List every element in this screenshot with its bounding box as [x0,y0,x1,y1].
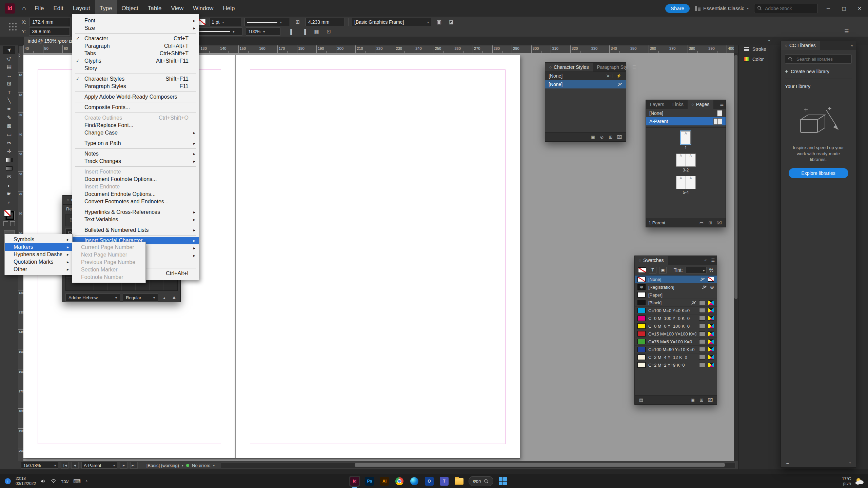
next-page-button[interactable]: ▶ [120,462,127,469]
swatch-row-c-0-m-100-y-0-k-0[interactable]: C=0 M=100 Y=0 K=0 [635,314,717,322]
delete-page-icon[interactable]: ⌧ [715,219,723,226]
default-fill-stroke-icon[interactable] [3,221,8,226]
page-thumbnail[interactable]: A [686,176,696,189]
free-transform-tool[interactable]: ✛ [3,147,15,156]
type-menu-item-bulleted-numbered-lists[interactable]: Bulleted & Numbered Lists▸ [72,226,199,234]
type-menu-item-character-styles[interactable]: ✓Character StylesShift+F11 [72,75,199,83]
libraries-search-input[interactable] [796,56,848,62]
horizontal-scrollbar-thumb[interactable] [355,463,725,467]
libraries-search-field[interactable] [785,54,852,64]
tint-field[interactable]: ▸ [686,267,707,273]
notification-icon[interactable]: i [5,478,11,484]
keyboard-icon[interactable]: ⌨ [73,478,81,484]
tab-layers[interactable]: Layers [646,100,668,109]
create-new-library[interactable]: + Create new library [785,68,852,79]
dock-button-color[interactable]: Color [741,55,781,64]
type-menu-item-document-endnote-options[interactable]: Document Endnote Options... [72,190,199,198]
taskbar-app-outlook[interactable]: O [424,476,435,487]
taskbar-app-illustrator[interactable]: Ai [379,476,390,487]
line-tool[interactable]: ╲ [3,97,15,105]
swatch-row-c-15-m-100-y-100-k-0[interactable]: C=15 M=100 Y=100 K=0 [635,330,717,338]
page-thumbnail[interactable]: A [676,154,686,167]
horizontal-scrollbar[interactable] [221,463,735,468]
isc-submenu-item-quotation-marks[interactable]: Quotation Marks▸ [5,258,72,266]
swatch-row-registration[interactable]: ⊕[Registration]✎⊕ [635,283,717,291]
rectangle-frame-tool[interactable]: ⊠ [3,122,15,130]
effects-icon[interactable]: ▣ [435,18,443,26]
taskbar-app-chrome[interactable] [394,476,405,487]
type-menu-item-paragraph-styles[interactable]: Paragraph StylesF11 [72,83,199,90]
direct-selection-tool[interactable]: ▷ [3,54,15,62]
type-menu-item-type-on-a-path[interactable]: Type on a Path▸ [72,140,199,147]
control-panel-menu-icon[interactable]: ☰ [842,27,851,36]
add-to-library-icon[interactable]: + [846,461,854,465]
menu-edit[interactable]: Edit [48,0,68,17]
swatch-row-none[interactable]: [None]✎ [635,276,717,283]
clear-overrides-icon[interactable]: ⊘ [598,134,606,140]
start-button[interactable] [497,476,508,487]
stroke-color-chip[interactable] [198,19,206,25]
close-button[interactable]: ✕ [854,3,865,14]
type-menu-item-composite-fonts[interactable]: Composite Fonts... [72,104,199,111]
collapse-panel-icon[interactable]: « [848,41,856,50]
stroke-weight-select[interactable]: 1 pt▾ [209,18,241,26]
zoom-level-select[interactable]: 150.18%▾ [21,462,58,469]
opacity-select[interactable]: 100%▾ [246,27,280,36]
type-menu-item-notes[interactable]: Notes▸ [72,150,199,158]
tab-paragraph-styles[interactable]: Paragraph Styl [593,63,632,72]
zoom-out-glyphs-icon[interactable]: ▴ [161,294,168,301]
type-menu-item-paragraph[interactable]: ParagraphCtrl+Alt+T [72,42,199,50]
stroke-type-select[interactable]: ▾ [197,27,242,36]
swatch-row-c-75-m-5-y-100-k-0[interactable]: C=75 M=5 Y=100 K=0 [635,338,717,346]
tab-character-styles[interactable]: ◇Character Styles [545,63,593,72]
container-affects-button[interactable]: ▣ [659,267,667,273]
language-indicator[interactable]: עבר [61,479,68,484]
zoom-tool[interactable]: ⌕ [3,198,15,206]
type-menu-item-tabs[interactable]: TabsCtrl+Shift+T [72,50,199,57]
menu-help[interactable]: Help [218,0,239,17]
fill-proxy-chip[interactable] [638,267,646,273]
isc-submenu-item-other[interactable]: Other▸ [5,266,72,273]
cloud-sync-icon[interactable]: ☁ [784,461,791,465]
new-swatch-icon[interactable]: ⊞ [698,396,705,403]
gradient-swatch-tool[interactable] [3,156,15,164]
collapse-panel-icon[interactable]: « [702,256,709,265]
your-library-label[interactable]: Your Library [785,84,852,89]
previous-page-button[interactable]: ◀ [71,462,79,469]
rectangle-tool[interactable]: ▭ [3,130,15,139]
vertical-scrollbar[interactable] [734,53,738,461]
hand-tool[interactable]: ☛ [3,190,15,198]
swap-fill-stroke-icon[interactable] [10,221,15,226]
tab-swatches[interactable]: ◇Swatches [635,256,668,265]
type-menu-item-convert-footnotes-and-endnotes[interactable]: Convert Footnotes and Endnotes... [72,198,199,205]
swatch-row-c-2-m-4-y-12-k-0[interactable]: C=2 M=4 Y=12 K=0 [635,353,717,361]
panel-menu-icon[interactable]: ☰ [718,100,726,109]
preflight-status[interactable]: No errors [192,463,210,468]
edit-page-size-icon[interactable]: ▭ [698,219,705,226]
type-menu-item-change-case[interactable]: Change Case▸ [72,129,199,137]
dock-button-stroke[interactable]: Stroke [741,45,781,54]
frame-fitting-icon[interactable]: ⊡ [324,27,333,36]
page-tool[interactable]: ▤ [3,63,15,71]
lightning-icon[interactable]: ⚡ [615,74,623,78]
new-page-icon[interactable]: ⊞ [707,219,714,226]
type-menu-item-find-replace-font[interactable]: Find/Replace Font... [72,122,199,129]
swatch-views-icon[interactable]: ▤ [637,396,645,403]
object-style-select[interactable]: [Basic Graphics Frame]▾ [352,18,431,26]
taskbar-app-indesign[interactable]: Id [349,476,360,487]
delete-style-icon[interactable]: ⌧ [616,134,623,140]
stroke-style-select[interactable]: ▾ [244,18,290,26]
text-wrap-icon[interactable]: ▦ [312,27,321,36]
pen-tool[interactable]: ✒ [3,105,15,113]
type-menu-item-size[interactable]: Size▸ [72,24,199,32]
explore-libraries-button[interactable]: Explore libraries [789,168,848,178]
corner-options-icon[interactable]: ⊞ [293,18,302,26]
pencil-tool[interactable]: ✎ [3,114,15,122]
type-tool[interactable]: T [3,88,15,96]
type-menu-item-document-footnote-options[interactable]: Document Footnote Options... [72,176,199,183]
expand-dock-icon[interactable]: « [766,38,773,43]
weather-widget[interactable]: 17°C מעונן [842,474,865,488]
align-left-icon[interactable]: ▌ [288,27,296,36]
corner-radius-field[interactable]: 4.233 mm [305,18,345,26]
align-center-icon[interactable]: ▐ [300,27,309,36]
